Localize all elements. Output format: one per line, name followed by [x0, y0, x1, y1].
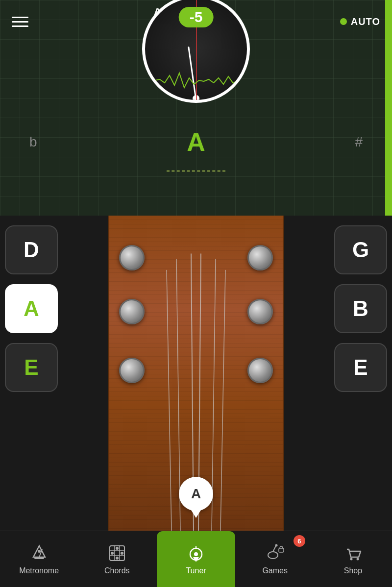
svg-rect-26 — [279, 548, 284, 552]
string-btn-e-low[interactable]: E — [5, 343, 58, 392]
metronome-icon — [29, 543, 49, 563]
nav-games-label: Games — [262, 566, 288, 575]
nav-games[interactable]: 6 Games — [236, 531, 314, 587]
svg-point-20 — [194, 552, 198, 556]
svg-point-23 — [268, 552, 278, 559]
headstock-area: D A E G B E A — [0, 216, 392, 531]
pin-note: A — [191, 486, 201, 502]
tuner-icon — [186, 543, 206, 563]
pin-bubble: A — [179, 477, 213, 511]
nav-tuner[interactable]: Tuner — [157, 531, 235, 587]
nav-chords-label: Chords — [104, 566, 130, 575]
note-label-row: b A # — [0, 127, 392, 157]
svg-point-28 — [357, 558, 359, 561]
string-btn-b[interactable]: B — [334, 284, 387, 333]
games-icon — [265, 543, 285, 563]
menu-button[interactable] — [12, 17, 28, 27]
auto-dot — [340, 18, 347, 25]
tuner-circle: -5 — [142, 0, 250, 103]
string-btn-d[interactable]: D — [5, 225, 58, 274]
svg-point-16 — [116, 547, 119, 550]
nav-metronome-label: Metronome — [19, 566, 59, 575]
string-btn-a[interactable]: A — [5, 284, 58, 333]
nav-shop[interactable]: Shop — [314, 531, 392, 587]
nav-metronome[interactable]: Metronome — [0, 531, 78, 587]
chords-icon — [107, 543, 127, 563]
bottom-nav: Metronome Chords — [0, 531, 392, 587]
shop-icon — [343, 543, 363, 563]
svg-line-0 — [167, 270, 172, 531]
auto-badge[interactable]: AUTO — [340, 16, 380, 27]
dotted-arrow — [167, 171, 225, 171]
sharp-symbol: # — [355, 134, 363, 150]
svg-line-5 — [220, 270, 225, 531]
svg-point-15 — [111, 552, 114, 555]
tuner-area: AUTO ANDARD TU... -5 b A # — [0, 0, 392, 216]
flat-symbol: b — [29, 134, 37, 150]
string-pin: A — [179, 477, 213, 511]
svg-point-9 — [38, 550, 41, 553]
string-btn-e-high[interactable]: E — [334, 343, 387, 392]
games-badge: 6 — [294, 535, 305, 547]
current-note: A — [187, 127, 205, 157]
string-btn-g[interactable]: G — [334, 225, 387, 274]
svg-point-27 — [350, 558, 353, 561]
svg-point-25 — [275, 544, 278, 547]
tuner-circle-wrapper: -5 — [142, 0, 250, 103]
nav-tuner-label: Tuner — [186, 566, 206, 575]
waveform — [155, 66, 243, 95]
auto-label: AUTO — [351, 16, 380, 27]
svg-point-17 — [121, 552, 123, 555]
nav-shop-label: Shop — [344, 566, 362, 575]
tuner-value: -5 — [179, 7, 214, 27]
nav-chords[interactable]: Chords — [78, 531, 156, 587]
svg-point-18 — [116, 557, 119, 560]
svg-line-24 — [273, 546, 276, 552]
